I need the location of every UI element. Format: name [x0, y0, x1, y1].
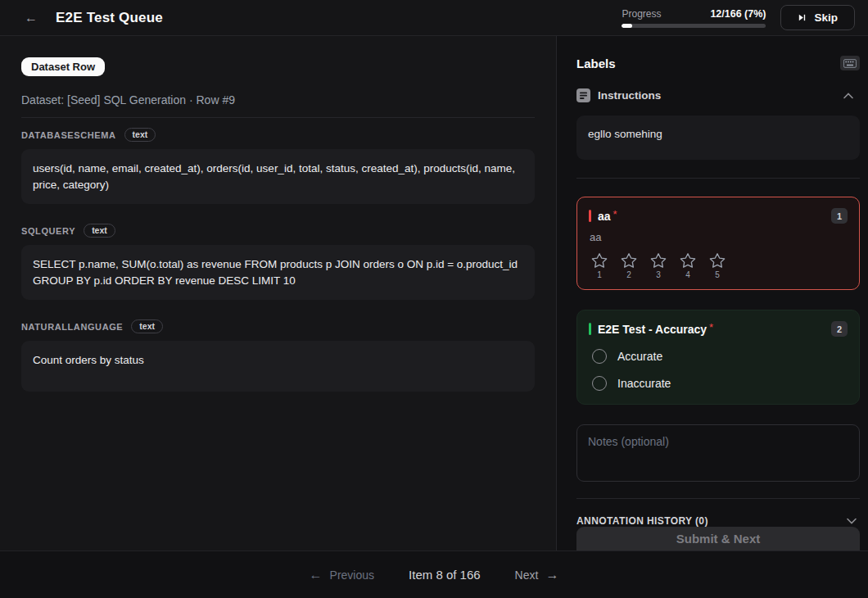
label-card-e2e-accuracy: E2E Test - Accuracy * 2 Accurate Inaccur…	[576, 310, 860, 405]
progress-bar-fill	[622, 24, 631, 28]
star-number: 4	[685, 270, 690, 279]
label-name: aa	[598, 210, 611, 223]
hotkey-badge: 1	[831, 208, 848, 224]
star-rating: 1 2 3 4	[590, 251, 848, 279]
progress-widget: Progress 12/166 (7%)	[622, 8, 766, 28]
radio-option-inaccurate[interactable]: Inaccurate	[592, 376, 844, 391]
field-value: Count orders by status	[21, 341, 535, 392]
labels-sidebar: Labels	[557, 36, 868, 550]
radio-circle-icon	[592, 376, 607, 391]
instructions-content: egllo somehing	[576, 116, 860, 160]
star-4[interactable]: 4	[678, 251, 698, 279]
field-type-badge: text	[124, 128, 156, 142]
dataset-info: Dataset: [Seed] SQL Generation · Row #9	[21, 93, 535, 106]
arrow-left-icon: ←	[310, 569, 323, 582]
star-icon	[649, 251, 668, 270]
star-3[interactable]: 3	[649, 251, 668, 279]
field-sqlquery: SQLQUERY text SELECT p.name, SUM(o.total…	[21, 224, 535, 300]
radio-option-label: Accurate	[617, 350, 662, 363]
star-2[interactable]: 2	[619, 251, 639, 279]
field-type-badge: text	[84, 224, 115, 238]
dataset-row-badge: Dataset Row	[21, 57, 105, 76]
field-name: DATABASESCHEMA	[21, 130, 116, 140]
star-icon	[590, 251, 609, 270]
divider	[576, 178, 860, 179]
dataset-panel: Dataset Row Dataset: [Seed] SQL Generati…	[0, 36, 557, 550]
chevron-down-icon	[847, 518, 857, 524]
main-area: Dataset Row Dataset: [Seed] SQL Generati…	[0, 36, 868, 550]
keyboard-icon	[843, 59, 857, 68]
pager-footer: ← Previous Item 8 of 166 Next →	[0, 550, 868, 598]
required-asterisk: *	[709, 321, 713, 333]
item-position: Item 8 of 166	[409, 568, 481, 582]
radio-option-accurate[interactable]: Accurate	[592, 349, 844, 364]
progress-bar	[622, 24, 766, 28]
submit-next-button[interactable]: Submit & Next	[576, 527, 860, 550]
divider	[576, 498, 860, 499]
star-number: 3	[656, 270, 661, 279]
field-name: NATURALLANGUAGE	[21, 322, 123, 332]
skip-button[interactable]: Skip	[780, 5, 855, 30]
skip-forward-icon	[798, 13, 807, 22]
page-title: E2E Test Queue	[56, 10, 163, 26]
label-name: E2E Test - Accuracy	[598, 323, 707, 336]
back-button[interactable]: ←	[18, 5, 44, 31]
star-number: 2	[626, 270, 631, 279]
next-label: Next	[515, 569, 539, 582]
labels-title: Labels	[576, 57, 616, 70]
radio-circle-icon	[592, 349, 607, 364]
arrow-right-icon: →	[545, 569, 558, 582]
header-right: Progress 12/166 (7%) Skip	[622, 5, 855, 30]
header: ← E2E Test Queue Progress 12/166 (7%) Sk…	[0, 0, 868, 36]
annotation-history-label: ANNOTATION HISTORY (0)	[576, 515, 708, 527]
chevron-up-icon	[843, 93, 853, 99]
progress-value: 12/166 (7%)	[710, 8, 766, 20]
required-asterisk: *	[613, 208, 617, 220]
star-icon	[678, 251, 698, 270]
notes-input[interactable]	[576, 424, 860, 482]
progress-label: Progress	[622, 8, 661, 20]
field-type-badge: text	[131, 319, 163, 333]
divider	[21, 117, 535, 118]
back-arrow-icon: ←	[25, 11, 38, 25]
radio-option-label: Inaccurate	[617, 377, 671, 390]
star-number: 1	[597, 270, 602, 279]
star-1[interactable]: 1	[590, 251, 609, 279]
field-naturallanguage: NATURALLANGUAGE text Count orders by sta…	[21, 319, 535, 392]
app-window: ← E2E Test Queue Progress 12/166 (7%) Sk…	[0, 0, 868, 598]
next-button[interactable]: Next →	[515, 569, 559, 582]
previous-label: Previous	[330, 569, 374, 582]
annotation-history-toggle[interactable]: ANNOTATION HISTORY (0)	[576, 515, 857, 527]
instructions-icon	[576, 88, 590, 102]
label-card-aa: aa * 1 aa 1 2	[576, 197, 860, 290]
star-icon	[708, 251, 727, 270]
previous-button[interactable]: ← Previous	[310, 569, 374, 582]
label-description: aa	[590, 231, 848, 243]
instructions-toggle[interactable]: Instructions	[576, 88, 860, 102]
field-name: SQLQUERY	[21, 226, 75, 236]
field-value: users(id, name, email, created_at), orde…	[21, 149, 535, 204]
star-number: 5	[715, 270, 720, 279]
star-5[interactable]: 5	[708, 251, 727, 279]
field-value: SELECT p.name, SUM(o.total) as revenue F…	[21, 245, 535, 300]
hotkey-badge: 2	[831, 321, 848, 337]
skip-button-label: Skip	[814, 11, 838, 24]
field-databaseschema: DATABASESCHEMA text users(id, name, emai…	[21, 128, 535, 204]
star-icon	[619, 251, 639, 270]
keyboard-shortcuts-button[interactable]	[840, 56, 860, 70]
label-accent-bar	[589, 210, 591, 222]
label-accent-bar	[589, 323, 591, 335]
instructions-label: Instructions	[598, 89, 661, 102]
